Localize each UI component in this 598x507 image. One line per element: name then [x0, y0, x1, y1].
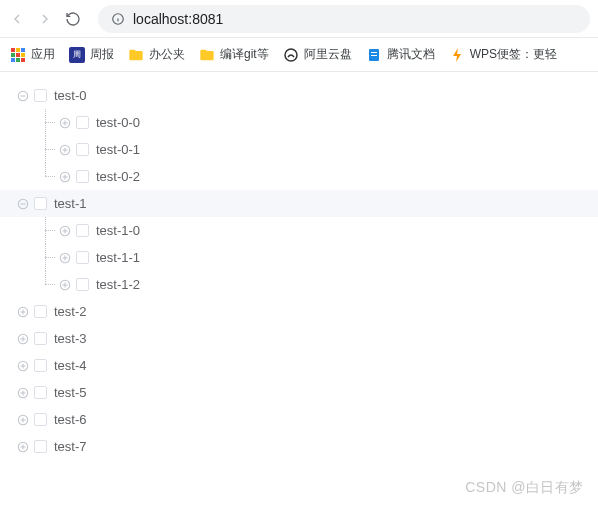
- checkbox[interactable]: [76, 251, 89, 264]
- tree-node[interactable]: test-4: [16, 352, 598, 379]
- tree-node[interactable]: test-7: [16, 433, 598, 460]
- bookmark-label: 腾讯文档: [387, 46, 435, 63]
- bookmark-item[interactable]: 阿里云盘: [283, 46, 352, 63]
- expand-icon[interactable]: [16, 440, 30, 454]
- tree-node[interactable]: test-1-0: [34, 217, 598, 244]
- tree-node[interactable]: test-0-0: [34, 109, 598, 136]
- node-label[interactable]: test-0-2: [96, 169, 140, 184]
- tree-line-icon: [34, 217, 58, 244]
- lightning-icon: [449, 47, 465, 63]
- collapse-icon[interactable]: [16, 89, 30, 103]
- checkbox[interactable]: [34, 440, 47, 453]
- expand-icon[interactable]: [16, 386, 30, 400]
- expand-icon[interactable]: [16, 413, 30, 427]
- expand-icon[interactable]: [58, 251, 72, 265]
- node-label[interactable]: test-5: [54, 385, 87, 400]
- checkbox[interactable]: [76, 116, 89, 129]
- node-label[interactable]: test-1-0: [96, 223, 140, 238]
- checkbox[interactable]: [34, 197, 47, 210]
- node-label[interactable]: test-1-1: [96, 250, 140, 265]
- site-icon: 周: [69, 47, 85, 63]
- tree-node[interactable]: test-2: [16, 298, 598, 325]
- node-label[interactable]: test-7: [54, 439, 87, 454]
- checkbox[interactable]: [34, 413, 47, 426]
- checkbox[interactable]: [34, 386, 47, 399]
- tree-line-icon: [34, 271, 58, 298]
- svg-rect-9: [11, 58, 15, 62]
- bookmark-item[interactable]: 腾讯文档: [366, 46, 435, 63]
- checkbox[interactable]: [34, 332, 47, 345]
- svg-rect-4: [16, 48, 20, 52]
- checkbox[interactable]: [76, 278, 89, 291]
- apps-label: 应用: [31, 46, 55, 63]
- tree-view: test-0test-0-0test-0-1test-0-2test-1test…: [0, 72, 598, 470]
- arrow-left-icon: [9, 11, 25, 27]
- apps-shortcut[interactable]: 应用: [10, 46, 55, 63]
- expand-icon[interactable]: [16, 332, 30, 346]
- node-label[interactable]: test-4: [54, 358, 87, 373]
- apps-icon: [10, 47, 26, 63]
- arrow-right-icon: [37, 11, 53, 27]
- reload-button[interactable]: [64, 10, 82, 28]
- forward-button[interactable]: [36, 10, 54, 28]
- bookmark-label: 阿里云盘: [304, 46, 352, 63]
- tree-line-icon: [34, 136, 58, 163]
- bookmark-label: 编译git等: [220, 46, 269, 63]
- tree-node[interactable]: test-5: [16, 379, 598, 406]
- svg-rect-10: [16, 58, 20, 62]
- checkbox[interactable]: [76, 170, 89, 183]
- bookmark-item[interactable]: WPS便签：更轻: [449, 46, 557, 63]
- node-label[interactable]: test-0-0: [96, 115, 140, 130]
- expand-icon[interactable]: [58, 170, 72, 184]
- tree-node[interactable]: test-1-1: [34, 244, 598, 271]
- tree-line-icon: [34, 244, 58, 271]
- svg-rect-11: [21, 58, 25, 62]
- bookmark-label: 周报: [90, 46, 114, 63]
- tree-node[interactable]: test-1: [0, 190, 598, 217]
- tree-node[interactable]: test-1-2: [34, 271, 598, 298]
- checkbox[interactable]: [34, 359, 47, 372]
- tree-children: test-1-0test-1-1test-1-2: [16, 217, 598, 298]
- tree-node[interactable]: test-3: [16, 325, 598, 352]
- bookmark-label: WPS便签：更轻: [470, 46, 557, 63]
- watermark: CSDN @白日有梦: [465, 479, 584, 497]
- url-bar[interactable]: localhost:8081: [98, 5, 590, 33]
- node-label[interactable]: test-2: [54, 304, 87, 319]
- site-info-icon[interactable]: [110, 11, 125, 26]
- bookmark-item[interactable]: 办公夹: [128, 46, 185, 63]
- expand-icon[interactable]: [58, 278, 72, 292]
- expand-icon[interactable]: [58, 116, 72, 130]
- node-label[interactable]: test-0-1: [96, 142, 140, 157]
- expand-icon[interactable]: [58, 143, 72, 157]
- tree-children: test-0-0test-0-1test-0-2: [16, 109, 598, 190]
- tree-node[interactable]: test-0: [16, 82, 598, 109]
- bookmark-label: 办公夹: [149, 46, 185, 63]
- site-icon: [283, 47, 299, 63]
- node-label[interactable]: test-3: [54, 331, 87, 346]
- node-label[interactable]: test-6: [54, 412, 87, 427]
- tree-node[interactable]: test-0-1: [34, 136, 598, 163]
- node-label[interactable]: test-0: [54, 88, 87, 103]
- tree-node[interactable]: test-0-2: [34, 163, 598, 190]
- expand-icon[interactable]: [58, 224, 72, 238]
- checkbox[interactable]: [76, 224, 89, 237]
- expand-icon[interactable]: [16, 359, 30, 373]
- svg-rect-8: [21, 53, 25, 57]
- node-label[interactable]: test-1-2: [96, 277, 140, 292]
- expand-icon[interactable]: [16, 305, 30, 319]
- checkbox[interactable]: [34, 89, 47, 102]
- node-label[interactable]: test-1: [54, 196, 87, 211]
- back-button[interactable]: [8, 10, 26, 28]
- tree-node[interactable]: test-6: [16, 406, 598, 433]
- checkbox[interactable]: [34, 305, 47, 318]
- url-text: localhost:8081: [133, 11, 223, 27]
- bookmark-item[interactable]: 周周报: [69, 46, 114, 63]
- folder-icon: [199, 47, 215, 63]
- browser-toolbar: localhost:8081: [0, 0, 598, 38]
- svg-rect-14: [371, 52, 377, 53]
- bookmark-item[interactable]: 编译git等: [199, 46, 269, 63]
- collapse-icon[interactable]: [16, 197, 30, 211]
- svg-rect-7: [16, 53, 20, 57]
- bookmarks-bar: 应用 周周报办公夹编译git等阿里云盘腾讯文档WPS便签：更轻: [0, 38, 598, 72]
- checkbox[interactable]: [76, 143, 89, 156]
